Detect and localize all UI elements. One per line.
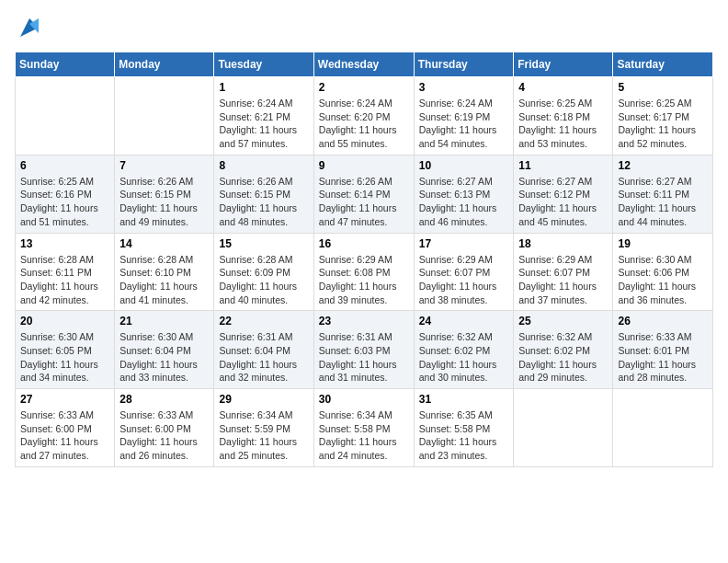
day-info: Sunrise: 6:30 AM Sunset: 6:04 PM Dayligh… (119, 330, 209, 385)
day-number: 7 (119, 159, 209, 172)
calendar-week-2: 6Sunrise: 6:25 AM Sunset: 6:16 PM Daylig… (16, 155, 713, 233)
day-number: 5 (618, 81, 708, 94)
day-number: 20 (20, 315, 109, 327)
day-info: Sunrise: 6:32 AM Sunset: 6:02 PM Dayligh… (419, 330, 509, 385)
day-number: 19 (618, 237, 708, 250)
calendar-cell: 25Sunrise: 6:32 AM Sunset: 6:02 PM Dayli… (514, 311, 613, 389)
day-number: 28 (119, 393, 209, 406)
weekday-header-sunday: Sunday (16, 52, 115, 77)
day-number: 9 (319, 159, 409, 172)
day-number: 14 (119, 237, 209, 250)
calendar-cell: 6Sunrise: 6:25 AM Sunset: 6:16 PM Daylig… (16, 155, 115, 233)
day-number: 2 (319, 81, 409, 94)
day-info: Sunrise: 6:29 AM Sunset: 6:07 PM Dayligh… (518, 253, 608, 307)
calendar-week-3: 13Sunrise: 6:28 AM Sunset: 6:11 PM Dayli… (16, 233, 713, 311)
weekday-header-thursday: Thursday (414, 52, 514, 77)
day-number: 8 (219, 159, 308, 172)
day-number: 30 (319, 393, 409, 406)
day-info: Sunrise: 6:33 AM Sunset: 6:01 PM Dayligh… (618, 330, 708, 385)
day-number: 29 (219, 393, 308, 406)
calendar-cell: 8Sunrise: 6:26 AM Sunset: 6:15 PM Daylig… (214, 155, 313, 233)
day-number: 10 (419, 159, 509, 172)
day-info: Sunrise: 6:31 AM Sunset: 6:04 PM Dayligh… (219, 330, 308, 385)
day-number: 26 (618, 315, 708, 327)
calendar-cell: 9Sunrise: 6:26 AM Sunset: 6:14 PM Daylig… (313, 155, 414, 233)
day-info: Sunrise: 6:28 AM Sunset: 6:11 PM Dayligh… (20, 253, 109, 307)
day-info: Sunrise: 6:32 AM Sunset: 6:02 PM Dayligh… (518, 330, 608, 385)
day-info: Sunrise: 6:33 AM Sunset: 6:00 PM Dayligh… (119, 408, 209, 463)
calendar-cell (115, 77, 214, 155)
day-number: 25 (518, 315, 608, 327)
calendar-week-5: 27Sunrise: 6:33 AM Sunset: 6:00 PM Dayli… (16, 389, 713, 467)
day-info: Sunrise: 6:30 AM Sunset: 6:05 PM Dayligh… (20, 330, 109, 385)
calendar-cell: 17Sunrise: 6:29 AM Sunset: 6:07 PM Dayli… (414, 233, 514, 311)
calendar-cell: 16Sunrise: 6:29 AM Sunset: 6:08 PM Dayli… (313, 233, 414, 311)
calendar-cell: 29Sunrise: 6:34 AM Sunset: 5:59 PM Dayli… (214, 389, 313, 467)
day-number: 13 (20, 237, 109, 250)
day-info: Sunrise: 6:26 AM Sunset: 6:15 PM Dayligh… (119, 175, 209, 229)
day-number: 4 (518, 81, 608, 94)
logo (15, 15, 42, 40)
calendar-week-1: 1Sunrise: 6:24 AM Sunset: 6:21 PM Daylig… (16, 77, 713, 155)
weekday-header-saturday: Saturday (613, 52, 713, 77)
day-info: Sunrise: 6:28 AM Sunset: 6:09 PM Dayligh… (219, 253, 308, 307)
calendar-cell: 18Sunrise: 6:29 AM Sunset: 6:07 PM Dayli… (514, 233, 613, 311)
day-info: Sunrise: 6:26 AM Sunset: 6:14 PM Dayligh… (319, 175, 409, 229)
calendar-cell: 5Sunrise: 6:25 AM Sunset: 6:17 PM Daylig… (613, 77, 713, 155)
calendar-cell: 24Sunrise: 6:32 AM Sunset: 6:02 PM Dayli… (414, 311, 514, 389)
day-info: Sunrise: 6:29 AM Sunset: 6:07 PM Dayligh… (419, 253, 509, 307)
day-info: Sunrise: 6:25 AM Sunset: 6:17 PM Dayligh… (618, 97, 708, 151)
day-number: 17 (419, 237, 509, 250)
day-number: 1 (219, 81, 308, 94)
day-number: 16 (319, 237, 409, 250)
calendar-cell (514, 389, 613, 467)
calendar-cell: 31Sunrise: 6:35 AM Sunset: 5:58 PM Dayli… (414, 389, 514, 467)
weekday-header-monday: Monday (115, 52, 214, 77)
day-info: Sunrise: 6:27 AM Sunset: 6:11 PM Dayligh… (618, 175, 708, 229)
calendar-cell: 12Sunrise: 6:27 AM Sunset: 6:11 PM Dayli… (613, 155, 713, 233)
day-number: 21 (119, 315, 209, 327)
calendar-cell (613, 389, 713, 467)
calendar-cell: 20Sunrise: 6:30 AM Sunset: 6:05 PM Dayli… (16, 311, 115, 389)
day-info: Sunrise: 6:29 AM Sunset: 6:08 PM Dayligh… (319, 253, 409, 307)
day-info: Sunrise: 6:34 AM Sunset: 5:59 PM Dayligh… (219, 408, 308, 463)
day-info: Sunrise: 6:24 AM Sunset: 6:21 PM Dayligh… (219, 97, 308, 151)
calendar-cell: 19Sunrise: 6:30 AM Sunset: 6:06 PM Dayli… (613, 233, 713, 311)
weekday-header-wednesday: Wednesday (313, 52, 414, 77)
header (15, 15, 713, 40)
weekday-header-row: SundayMondayTuesdayWednesdayThursdayFrid… (16, 52, 713, 77)
calendar-table: SundayMondayTuesdayWednesdayThursdayFrid… (15, 52, 713, 467)
day-number: 6 (20, 159, 109, 172)
calendar-cell: 10Sunrise: 6:27 AM Sunset: 6:13 PM Dayli… (414, 155, 514, 233)
day-number: 18 (518, 237, 608, 250)
calendar-cell: 21Sunrise: 6:30 AM Sunset: 6:04 PM Dayli… (115, 311, 214, 389)
day-info: Sunrise: 6:24 AM Sunset: 6:19 PM Dayligh… (419, 97, 509, 151)
day-number: 15 (219, 237, 308, 250)
day-number: 24 (419, 315, 509, 327)
calendar-cell: 1Sunrise: 6:24 AM Sunset: 6:21 PM Daylig… (214, 77, 313, 155)
day-number: 22 (219, 315, 308, 327)
day-info: Sunrise: 6:26 AM Sunset: 6:15 PM Dayligh… (219, 175, 308, 229)
calendar-cell (16, 77, 115, 155)
day-info: Sunrise: 6:33 AM Sunset: 6:00 PM Dayligh… (20, 408, 109, 463)
day-info: Sunrise: 6:24 AM Sunset: 6:20 PM Dayligh… (319, 97, 409, 151)
day-number: 23 (319, 315, 409, 327)
day-info: Sunrise: 6:27 AM Sunset: 6:13 PM Dayligh… (419, 175, 509, 229)
weekday-header-tuesday: Tuesday (214, 52, 313, 77)
calendar-cell: 13Sunrise: 6:28 AM Sunset: 6:11 PM Dayli… (16, 233, 115, 311)
logo-icon (17, 15, 42, 40)
weekday-header-friday: Friday (514, 52, 613, 77)
calendar-cell: 2Sunrise: 6:24 AM Sunset: 6:20 PM Daylig… (313, 77, 414, 155)
day-info: Sunrise: 6:35 AM Sunset: 5:58 PM Dayligh… (419, 408, 509, 463)
calendar-cell: 14Sunrise: 6:28 AM Sunset: 6:10 PM Dayli… (115, 233, 214, 311)
calendar-cell: 4Sunrise: 6:25 AM Sunset: 6:18 PM Daylig… (514, 77, 613, 155)
calendar-cell: 7Sunrise: 6:26 AM Sunset: 6:15 PM Daylig… (115, 155, 214, 233)
calendar-cell: 3Sunrise: 6:24 AM Sunset: 6:19 PM Daylig… (414, 77, 514, 155)
day-number: 12 (618, 159, 708, 172)
calendar-cell: 27Sunrise: 6:33 AM Sunset: 6:00 PM Dayli… (16, 389, 115, 467)
day-info: Sunrise: 6:25 AM Sunset: 6:18 PM Dayligh… (518, 97, 608, 151)
day-number: 27 (20, 393, 109, 406)
page-container: SundayMondayTuesdayWednesdayThursdayFrid… (0, 0, 728, 482)
calendar-cell: 22Sunrise: 6:31 AM Sunset: 6:04 PM Dayli… (214, 311, 313, 389)
calendar-cell: 26Sunrise: 6:33 AM Sunset: 6:01 PM Dayli… (613, 311, 713, 389)
